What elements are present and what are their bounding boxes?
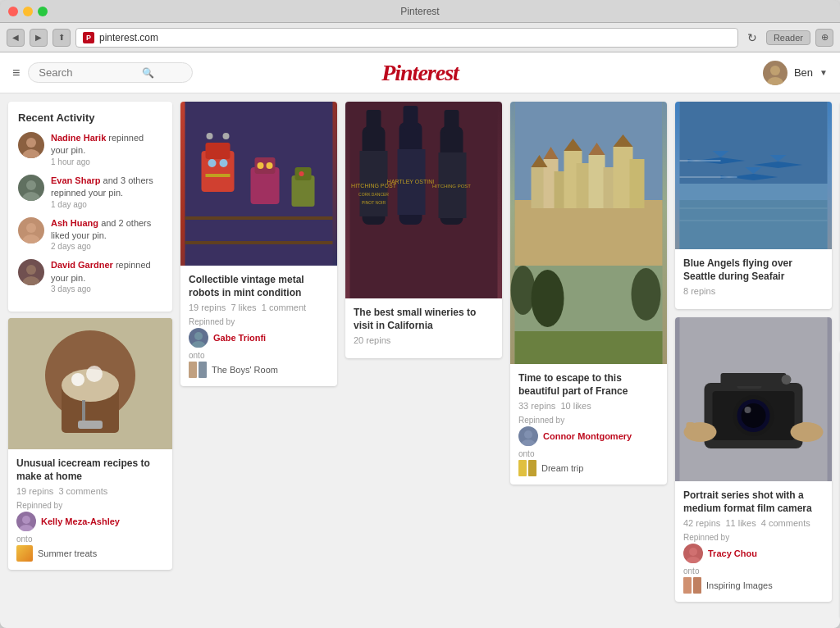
svg-point-76 [521, 439, 536, 446]
onto-name: The Boys' Room [212, 365, 278, 375]
repinner-row: Kelly Meza-Ashley [16, 512, 164, 531]
svg-rect-41 [367, 110, 381, 134]
header-right: Ben ▼ [763, 61, 828, 85]
user-name-label: Ben [794, 66, 813, 79]
pin-title: Collectible vintage metal robots in mint… [189, 274, 329, 299]
svg-point-38 [191, 341, 206, 348]
pin-card-body: Time to escape to this beautiful part of… [510, 364, 667, 485]
url-text: pinterest.com [99, 32, 158, 43]
pin-title: Portrait series shot with a medium forma… [683, 489, 824, 515]
onto-label: onto [189, 351, 329, 360]
pin-card-robots[interactable]: Collectible vintage metal robots in mint… [180, 102, 337, 386]
svg-rect-36 [185, 241, 333, 244]
activity-item: David Gardner repinned your pin. 3 days … [18, 259, 162, 294]
repinner-row: Gabe Trionfi [189, 328, 329, 348]
close-button[interactable] [8, 7, 18, 16]
pin-card-wineries[interactable]: HITCHING POST CORK DANCER PINOT NOIR HAR… [345, 102, 502, 358]
share-button[interactable]: ⬆ [52, 29, 71, 47]
refresh-button[interactable]: ↻ [743, 29, 761, 47]
forward-button[interactable]: ▶ [30, 29, 48, 47]
svg-rect-47 [404, 106, 418, 130]
pin-card-camera[interactable]: Portrait series shot with a medium forma… [675, 317, 832, 602]
onto-label: onto [16, 535, 164, 544]
svg-point-97 [742, 403, 766, 428]
pin-stats: 8 repins [683, 286, 824, 296]
svg-point-25 [208, 159, 217, 167]
svg-rect-104 [687, 422, 695, 429]
svg-point-4 [26, 180, 36, 190]
activity-item: Evan Sharp and 3 others repinned your pi… [18, 175, 162, 209]
sidebar-pin-body: Unusual icecream recipes to make at home… [8, 449, 172, 570]
onto-name: Inspiring Images [706, 580, 773, 590]
svg-point-71 [511, 266, 536, 315]
recent-activity-title: Recent Activity [18, 111, 162, 124]
svg-rect-22 [206, 143, 231, 159]
extensions-button[interactable]: ⊕ [815, 29, 833, 47]
svg-point-8 [26, 265, 36, 275]
user-avatar[interactable] [763, 61, 788, 85]
svg-rect-27 [206, 174, 231, 177]
pin-title: Time to escape to this beautiful part of… [518, 372, 659, 398]
activity-user: Ash Huang [51, 218, 98, 228]
repinned-by-label: Repinned by [16, 501, 164, 510]
repinner-row: Tracy Chou [683, 544, 824, 563]
svg-text:CORK DANCER: CORK DANCER [358, 192, 389, 197]
activity-item: Ash Huang and 2 others liked your pin. 2… [18, 217, 162, 252]
svg-point-75 [524, 430, 532, 439]
back-button[interactable]: ◀ [7, 29, 25, 47]
repinner-name: Kelly Meza-Ashley [41, 517, 120, 526]
pinterest-app: ≡ 🔍 Pinterest Ben ▼ Recent Activity [0, 52, 840, 628]
user-dropdown-arrow[interactable]: ▼ [819, 68, 828, 77]
svg-point-101 [782, 375, 792, 385]
reader-button[interactable]: Reader [766, 30, 810, 45]
svg-point-5 [22, 192, 40, 201]
svg-text:PINOT NOIR: PINOT NOIR [362, 200, 386, 205]
svg-point-107 [686, 557, 701, 563]
repinner-name: Tracy Chou [708, 548, 757, 558]
search-box[interactable]: 🔍 [28, 62, 193, 83]
pin-card-blue-angels[interactable]: Blue Angels flying over Seattle during S… [675, 102, 832, 309]
svg-point-31 [267, 162, 273, 169]
repinner-name: Gabe Trionfi [213, 333, 266, 343]
browser-window: Pinterest ◀ ▶ ⬆ P pinterest.com ↻ Reader… [0, 0, 840, 628]
onto-row: The Boys' Room [189, 362, 329, 378]
search-input[interactable] [39, 66, 137, 79]
address-bar[interactable]: P pinterest.com [75, 28, 738, 48]
onto-label: onto [518, 449, 659, 458]
svg-rect-62 [589, 155, 605, 208]
activity-text: David Gardner repinned your pin. 3 days … [51, 259, 162, 294]
activity-text: Ash Huang and 2 others liked your pin. 2… [51, 217, 162, 252]
pins-grid: Collectible vintage metal robots in mint… [180, 102, 832, 620]
maximize-button[interactable] [38, 7, 48, 16]
repinner-name: Connor Montgomery [543, 431, 632, 441]
svg-point-15 [86, 366, 103, 382]
browser-title: Pinterest [400, 6, 439, 17]
activity-user: Nadine Harik [51, 133, 106, 143]
activity-user: Evan Sharp [51, 175, 101, 185]
minimize-button[interactable] [23, 7, 33, 16]
svg-text:HARTLEY OSTINI: HARTLEY OSTINI [387, 179, 434, 184]
svg-point-14 [71, 373, 84, 386]
sidebar-pin-card[interactable]: Unusual icecream recipes to make at home… [8, 318, 172, 570]
sidebar-pin-title: Unusual icecream recipes to make at home [16, 457, 164, 483]
onto-name: Dream trip [541, 463, 583, 473]
svg-rect-65 [630, 159, 645, 208]
svg-point-6 [26, 223, 36, 233]
svg-rect-89 [680, 200, 828, 249]
svg-rect-17 [78, 421, 103, 429]
onto-label: onto [683, 567, 824, 576]
activity-text: Nadine Harik repinned your pin. 1 hour a… [51, 132, 162, 166]
traffic-lights [8, 7, 48, 16]
pin-stats: 42 repins 11 likes 4 comments [683, 518, 824, 528]
sidebar: Recent Activity Nadine Harik repinned yo… [8, 102, 172, 620]
menu-button[interactable]: ≡ [12, 66, 20, 80]
repinned-by: Repinned by [189, 317, 329, 326]
header-left: ≡ 🔍 [12, 62, 193, 83]
main-content: Recent Activity Nadine Harik repinned yo… [0, 93, 840, 628]
pin-card-france[interactable]: Time to escape to this beautiful part of… [510, 102, 667, 485]
pin-title: The best small wineries to visit in Cali… [354, 307, 494, 332]
svg-point-30 [258, 162, 264, 169]
repinned-by: Repinned by [683, 533, 824, 542]
svg-point-1 [767, 77, 783, 85]
activity-item: Nadine Harik repinned your pin. 1 hour a… [18, 132, 162, 166]
